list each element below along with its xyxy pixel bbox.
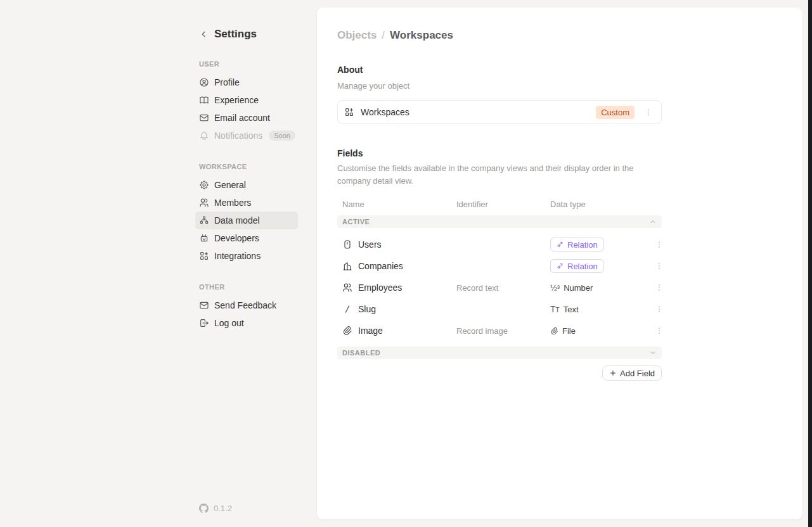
users-icon [342, 283, 352, 293]
row-menu-button[interactable] [652, 237, 667, 252]
sidebar-item-label: Email account [214, 113, 270, 123]
settings-sidebar: Settings USER Profile Experience Email a… [195, 0, 298, 527]
breadcrumb-workspaces: Workspaces [390, 29, 453, 42]
app-version: 0.1.2 [199, 504, 232, 513]
sidebar-item-label: Experience [214, 95, 259, 105]
sidebar-item-data-model[interactable]: Data model [195, 212, 298, 229]
sidebar-item-label: Log out [214, 318, 244, 328]
row-menu-button[interactable] [652, 323, 667, 338]
settings-main-panel: Objects / Workspaces About Manage your o… [317, 8, 802, 519]
field-identifier: Record image [456, 326, 550, 336]
right-screen-edge [808, 0, 812, 527]
about-heading: About [337, 63, 662, 76]
table-row-image: Image Record image File [337, 320, 662, 341]
book-icon [199, 95, 209, 105]
sidebar-item-integrations[interactable]: Integrations [195, 247, 298, 265]
add-field-label: Add Field [620, 369, 655, 378]
table-row-slug: Slug Tt Text [337, 298, 662, 320]
apps-icon [199, 251, 209, 261]
version-label: 0.1.2 [214, 504, 232, 513]
plus-icon [609, 369, 617, 377]
mail-icon [199, 113, 209, 123]
fields-table-header: Name Identifier Data type [337, 198, 662, 210]
disabled-group-label: DISABLED [342, 349, 380, 357]
object-menu-button[interactable] [641, 105, 656, 120]
sidebar-item-label: Developers [214, 233, 259, 243]
settings-title: Settings [214, 28, 257, 41]
custom-badge: Custom [596, 106, 635, 119]
sidebar-item-email-account[interactable]: Email account [195, 109, 298, 127]
sidebar-item-log-out[interactable]: Log out [195, 314, 298, 332]
field-identifier: Record text [456, 283, 550, 293]
gear-icon [199, 180, 209, 190]
field-name: Companies [358, 261, 403, 271]
column-datatype: Data type [550, 200, 652, 209]
bell-icon [199, 130, 209, 141]
sidebar-item-label: Integrations [214, 251, 261, 261]
settings-header[interactable]: Settings [195, 27, 298, 42]
slash-icon [342, 304, 352, 314]
sidebar-item-send-feedback[interactable]: Send Feedback [195, 296, 298, 314]
sidebar-item-general[interactable]: General [195, 176, 298, 194]
apps-icon [344, 107, 354, 117]
paperclip-icon [342, 326, 352, 336]
logout-icon [199, 318, 209, 328]
field-type: Text [564, 305, 579, 314]
relation-badge[interactable]: Relation [550, 238, 604, 251]
nav-section-user-label: USER [195, 60, 298, 70]
robot-icon [199, 233, 209, 243]
relation-badge[interactable]: Relation [550, 259, 604, 273]
table-row-users: Users Relation [337, 234, 662, 255]
row-menu-button[interactable] [652, 280, 667, 295]
chevron-down-icon [649, 349, 657, 357]
sidebar-item-label: Notifications [214, 130, 262, 141]
relation-icon [557, 241, 564, 248]
add-field-button[interactable]: Add Field [602, 365, 662, 381]
disabled-group-bar[interactable]: DISABLED [337, 346, 662, 359]
fields-heading: Fields [337, 147, 662, 160]
field-name: Employees [358, 283, 402, 293]
fields-description: Customise the fields available in the co… [337, 162, 662, 187]
sidebar-item-label: Members [214, 198, 251, 208]
user-circle-icon [199, 77, 209, 87]
row-menu-button[interactable] [652, 258, 667, 274]
field-type: File [562, 326, 576, 336]
sidebar-item-label: Profile [214, 77, 240, 87]
mail-icon [199, 300, 209, 310]
sidebar-item-label: General [214, 180, 246, 190]
nav-section-other-label: OTHER [195, 283, 298, 293]
column-name: Name [342, 200, 456, 209]
table-row-companies: Companies Relation [337, 255, 662, 277]
object-card: Workspaces Custom [337, 100, 662, 124]
hierarchy-icon [199, 215, 209, 225]
text-icon: Tt [550, 305, 560, 314]
sidebar-item-profile[interactable]: Profile [195, 73, 298, 91]
sidebar-item-label: Send Feedback [214, 300, 276, 310]
fields-rows: Users Relation Comp [337, 234, 662, 341]
sidebar-item-experience[interactable]: Experience [195, 91, 298, 109]
field-name: Slug [358, 304, 376, 314]
breadcrumb: Objects / Workspaces [337, 8, 662, 43]
active-group-bar[interactable]: ACTIVE [337, 215, 662, 228]
breadcrumb-separator: / [382, 29, 385, 42]
field-name: Image [358, 326, 383, 336]
chevron-left-icon[interactable] [199, 30, 208, 39]
github-icon [199, 504, 209, 513]
sidebar-item-members[interactable]: Members [195, 194, 298, 212]
breadcrumb-objects[interactable]: Objects [337, 29, 377, 42]
paperclip-icon [550, 327, 558, 335]
active-group-label: ACTIVE [342, 218, 370, 225]
nav-section-workspace-label: WORKSPACE [195, 163, 298, 173]
object-name: Workspaces [361, 107, 596, 117]
field-type: Number [564, 283, 593, 293]
field-name: Users [358, 239, 382, 250]
sidebar-item-developers[interactable]: Developers [195, 229, 298, 247]
row-menu-button[interactable] [652, 302, 667, 317]
sidebar-item-label: Data model [214, 215, 260, 225]
relation-icon [557, 262, 564, 270]
sidebar-item-notifications: Notifications Soon [195, 127, 298, 144]
about-subheading: Manage your object [337, 80, 662, 92]
number-icon: ½³ [550, 284, 560, 292]
column-identifier: Identifier [456, 200, 550, 209]
chevron-up-icon [649, 218, 657, 225]
